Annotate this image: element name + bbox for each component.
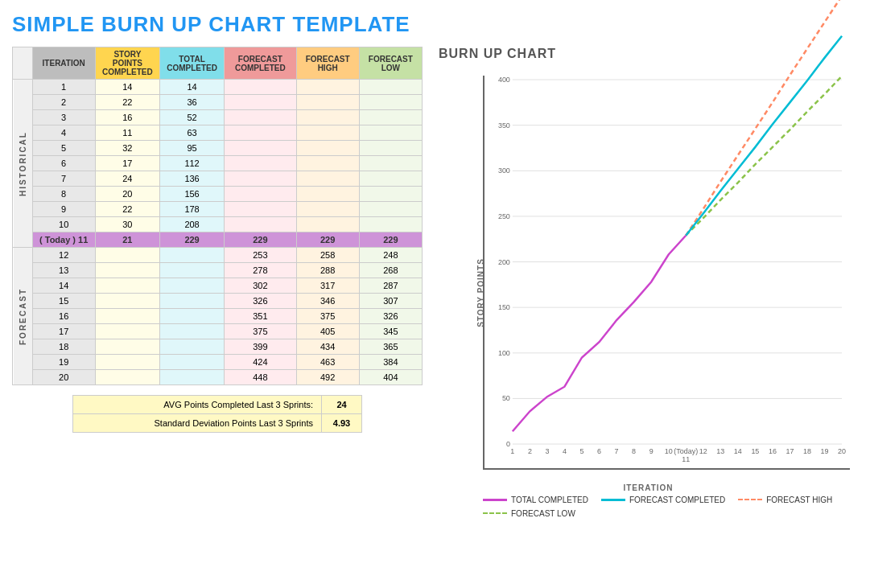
chart-section: BURN UP CHART STORY POINTS 0501001502002… xyxy=(439,47,858,518)
table-cell xyxy=(95,294,159,309)
table-cell xyxy=(225,80,296,95)
table-cell xyxy=(95,370,159,385)
svg-text:11: 11 xyxy=(682,455,690,463)
table-cell: 30 xyxy=(95,217,159,232)
svg-text:(Today): (Today) xyxy=(674,447,698,455)
table-cell xyxy=(159,248,224,263)
table-cell xyxy=(159,309,224,324)
table-cell xyxy=(359,125,422,141)
table-cell: 18 xyxy=(32,339,95,355)
page-title: SIMPLE BURN UP CHART TEMPLATE xyxy=(12,12,858,37)
table-cell xyxy=(359,187,422,202)
table-cell: 9 xyxy=(32,202,95,217)
svg-text:6: 6 xyxy=(597,447,601,455)
table-cell xyxy=(159,278,224,294)
table-cell: 345 xyxy=(359,324,422,339)
table-cell: 351 xyxy=(225,309,296,324)
table-cell: 112 xyxy=(159,156,224,171)
legend-item: TOTAL COMPLETED xyxy=(483,495,588,504)
table-cell: 229 xyxy=(296,232,359,248)
table-cell xyxy=(95,324,159,339)
table-cell xyxy=(225,202,296,217)
table-cell xyxy=(95,355,159,370)
table-cell xyxy=(359,171,422,187)
svg-text:17: 17 xyxy=(785,447,794,455)
table-cell xyxy=(225,217,296,232)
svg-text:1: 1 xyxy=(510,447,514,455)
table-cell: 375 xyxy=(296,309,359,324)
table-cell: 4 xyxy=(32,125,95,141)
svg-text:19: 19 xyxy=(821,447,829,455)
table-cell xyxy=(95,339,159,355)
table-cell xyxy=(359,156,422,171)
table-cell: 178 xyxy=(159,202,224,217)
svg-text:7: 7 xyxy=(615,447,619,455)
svg-text:350: 350 xyxy=(498,121,510,130)
legend-item: FORECAST HIGH xyxy=(738,495,832,504)
table-cell xyxy=(225,156,296,171)
table-cell: 20 xyxy=(95,187,159,202)
table-cell xyxy=(296,171,359,187)
table-cell xyxy=(359,141,422,156)
table-cell xyxy=(296,110,359,125)
svg-text:300: 300 xyxy=(498,167,510,175)
table-cell: 288 xyxy=(296,263,359,278)
table-cell: 258 xyxy=(296,248,359,263)
table-cell xyxy=(159,294,224,309)
svg-text:250: 250 xyxy=(498,212,510,220)
table-cell: 463 xyxy=(296,355,359,370)
table-cell: 253 xyxy=(225,248,296,263)
legend-label: FORECAST HIGH xyxy=(766,495,832,504)
table-cell: 10 xyxy=(32,217,95,232)
svg-text:12: 12 xyxy=(699,447,707,455)
table-cell: 307 xyxy=(359,294,422,309)
svg-text:14: 14 xyxy=(734,447,742,455)
svg-text:13: 13 xyxy=(716,447,724,455)
svg-text:400: 400 xyxy=(498,76,510,84)
table-cell xyxy=(225,125,296,141)
svg-text:0: 0 xyxy=(506,440,510,448)
table-cell: 22 xyxy=(95,95,159,110)
table-cell xyxy=(225,187,296,202)
table-cell: 19 xyxy=(32,355,95,370)
svg-text:18: 18 xyxy=(803,447,811,455)
table-cell: 317 xyxy=(296,278,359,294)
table-cell: 136 xyxy=(159,171,224,187)
table-cell: 12 xyxy=(32,248,95,263)
table-cell: 15 xyxy=(32,294,95,309)
table-cell: 326 xyxy=(359,309,422,324)
svg-text:3: 3 xyxy=(545,447,549,455)
table-cell xyxy=(95,263,159,278)
table-cell: 22 xyxy=(95,202,159,217)
table-cell xyxy=(159,370,224,385)
table-cell xyxy=(359,217,422,232)
table-cell: 448 xyxy=(225,370,296,385)
table-cell: 14 xyxy=(159,80,224,95)
table-cell: 424 xyxy=(225,355,296,370)
legend: TOTAL COMPLETEDFORECAST COMPLETEDFORECAS… xyxy=(483,495,858,518)
table-cell xyxy=(159,324,224,339)
table-cell xyxy=(296,187,359,202)
table-cell: 365 xyxy=(359,339,422,355)
table-cell: 8 xyxy=(32,187,95,202)
table-cell: 13 xyxy=(32,263,95,278)
table-cell: 36 xyxy=(159,95,224,110)
chart-container: STORY POINTS 050100150200250300350400123… xyxy=(439,68,858,518)
table-cell xyxy=(296,156,359,171)
table-cell: 63 xyxy=(159,125,224,141)
svg-text:5: 5 xyxy=(580,447,584,455)
svg-text:100: 100 xyxy=(498,349,510,357)
chart-area: 05010015020025030035040012345678910(Toda… xyxy=(483,76,850,470)
legend-label: TOTAL COMPLETED xyxy=(511,495,588,504)
table-cell: 32 xyxy=(95,141,159,156)
table-cell: 492 xyxy=(296,370,359,385)
table-cell xyxy=(359,95,422,110)
svg-text:2: 2 xyxy=(528,447,532,455)
svg-text:15: 15 xyxy=(751,447,759,455)
table-cell: 399 xyxy=(225,339,296,355)
table-cell xyxy=(159,355,224,370)
svg-text:10: 10 xyxy=(665,447,673,455)
table-cell xyxy=(225,171,296,187)
legend-label: FORECAST LOW xyxy=(511,509,575,518)
table-cell: 434 xyxy=(296,339,359,355)
